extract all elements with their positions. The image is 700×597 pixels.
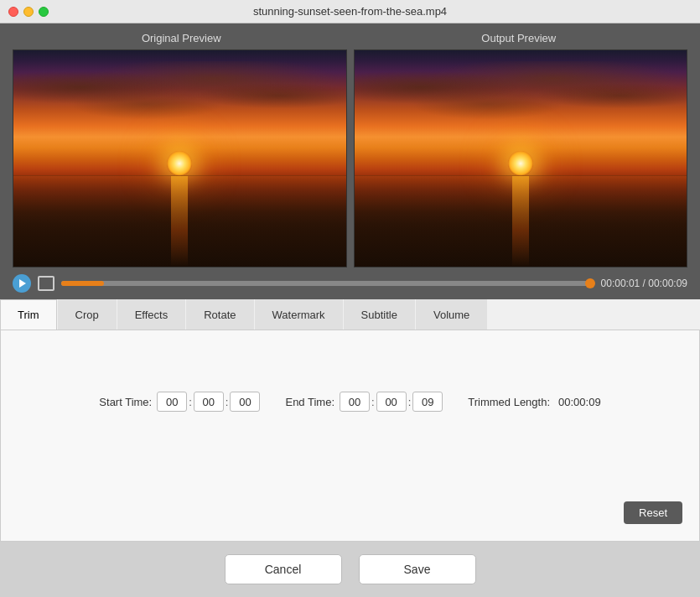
start-second-input[interactable] (230, 392, 260, 412)
end-sep2: : (408, 396, 412, 408)
progress-fill (61, 281, 104, 286)
reflection-output (512, 176, 529, 267)
play-icon (19, 279, 26, 288)
original-video-frame (13, 49, 347, 267)
minimize-button[interactable] (23, 7, 34, 17)
output-preview-label: Output Preview (350, 32, 688, 44)
end-second-input[interactable] (412, 392, 443, 412)
main-content: Original Preview Output Preview (0, 23, 700, 542)
close-button[interactable] (8, 7, 18, 17)
progress-thumb (585, 278, 595, 288)
start-hour-input[interactable] (157, 392, 187, 412)
edit-panel: Trim Crop Effects Rotate Watermark Subti… (0, 299, 700, 542)
original-preview-label: Original Preview (13, 32, 350, 44)
time-display: 00:00:01 / 00:00:09 (601, 278, 687, 289)
progress-bar[interactable] (61, 281, 594, 286)
preview-section: Original Preview Output Preview (0, 23, 700, 267)
trimmed-length-value: 00:00:09 (558, 396, 601, 408)
traffic-lights (8, 7, 49, 17)
controls-bar: 00:00:01 / 00:00:09 (0, 267, 700, 299)
trimmed-length-label: Trimmed Length: (468, 396, 550, 408)
end-time-group: End Time: : : (285, 392, 443, 412)
end-minute-input[interactable] (376, 392, 407, 412)
maximize-button[interactable] (39, 7, 49, 17)
tab-crop[interactable]: Crop (58, 299, 117, 330)
save-button[interactable]: Save (359, 554, 476, 584)
play-button[interactable] (13, 274, 31, 293)
original-video-content (13, 50, 346, 267)
preview-videos (13, 49, 687, 267)
tab-trim[interactable]: Trim (0, 299, 57, 330)
clouds-original (13, 61, 346, 148)
tab-content-trim: Start Time: : : End Time: : (0, 330, 700, 542)
bottom-buttons: Cancel Save (0, 542, 700, 597)
tab-watermark[interactable]: Watermark (255, 299, 343, 330)
preview-labels: Original Preview Output Preview (13, 32, 687, 44)
output-video-content (355, 50, 687, 267)
end-time-label: End Time: (285, 396, 334, 408)
sun-output (508, 151, 533, 176)
sun-original (167, 151, 192, 176)
tab-subtitle[interactable]: Subtitle (344, 299, 415, 330)
window-title: stunning-sunset-seen-from-the-sea.mp4 (253, 5, 447, 18)
start-time-group: Start Time: : : (99, 392, 260, 412)
tab-volume[interactable]: Volume (416, 299, 487, 330)
end-time-inputs: : : (340, 392, 443, 412)
snapshot-button[interactable] (38, 276, 54, 291)
title-bar: stunning-sunset-seen-from-the-sea.mp4 (0, 0, 700, 23)
end-sep1: : (371, 396, 375, 408)
start-minute-input[interactable] (194, 392, 224, 412)
start-sep1: : (189, 396, 192, 408)
clouds-output (355, 61, 687, 148)
tabs-row: Trim Crop Effects Rotate Watermark Subti… (0, 299, 700, 330)
end-hour-input[interactable] (340, 392, 370, 412)
trim-controls: Start Time: : : End Time: : (18, 392, 682, 412)
tab-rotate[interactable]: Rotate (186, 299, 253, 330)
trimmed-length-group: Trimmed Length: 00:00:09 (468, 396, 600, 408)
start-time-inputs: : : (157, 392, 260, 412)
output-video-frame (354, 49, 688, 267)
tab-effects[interactable]: Effects (117, 299, 186, 330)
reset-button[interactable]: Reset (624, 501, 682, 524)
cancel-button[interactable]: Cancel (225, 554, 342, 584)
start-time-label: Start Time: (99, 396, 152, 408)
start-sep2: : (226, 396, 229, 408)
reset-row: Reset (18, 501, 682, 524)
reflection-original (171, 176, 188, 267)
